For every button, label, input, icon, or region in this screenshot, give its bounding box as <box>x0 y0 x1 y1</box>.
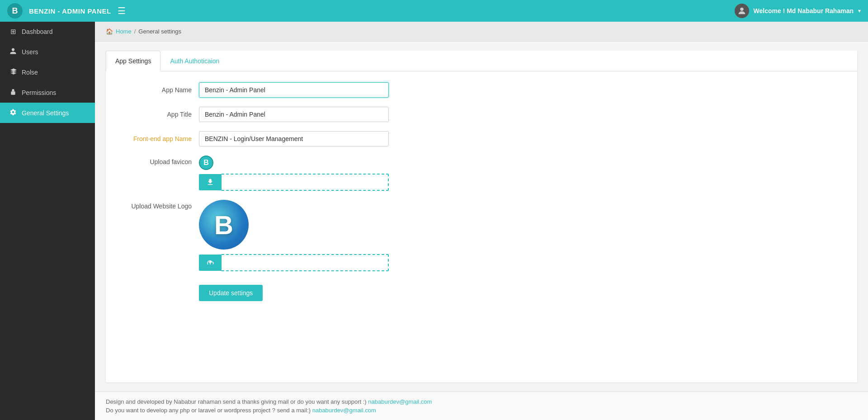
app-name-label: App Name <box>119 86 192 94</box>
app-title: BENZIN - ADMIN PANEL <box>29 7 111 15</box>
upload-favicon-label: Upload favicon <box>119 156 192 165</box>
logo-preview: B <box>199 200 249 250</box>
frontend-app-name-row: Front-end app Name <box>119 131 844 146</box>
sidebar-item-dashboard[interactable]: ⊞ Dashboard <box>0 22 95 42</box>
main-content: 🏠 Home / General settings App Settings A… <box>95 22 868 420</box>
app-name-row: App Name <box>119 82 844 98</box>
frontend-app-name-input[interactable] <box>199 131 389 146</box>
breadcrumb: 🏠 Home / General settings <box>95 22 868 42</box>
upload-logo-row: Upload Website Logo B <box>119 200 844 271</box>
frontend-app-name-label: Front-end app Name <box>119 135 192 142</box>
home-icon: 🏠 <box>106 28 113 35</box>
tabs-bar: App Settings Auth Authoticaion <box>106 51 857 71</box>
logo-upload-drop-area[interactable] <box>222 254 389 271</box>
top-navigation: B BENZIN - ADMIN PANEL ☰ Welcome ! Md Na… <box>0 0 868 22</box>
main-layout: ⊞ Dashboard Users Rolse Permissions Ge <box>0 22 868 420</box>
breadcrumb-separator: / <box>134 28 136 35</box>
sidebar-label-users: Users <box>22 48 38 56</box>
general-settings-icon <box>9 109 17 117</box>
breadcrumb-home-link[interactable]: Home <box>116 28 132 35</box>
sidebar-label-roles: Rolse <box>22 69 38 76</box>
favicon-upload-drop-area[interactable] <box>222 174 389 191</box>
svg-rect-1 <box>11 91 15 94</box>
hamburger-icon[interactable]: ☰ <box>118 5 126 16</box>
app-logo: B <box>7 3 23 19</box>
favicon-upload-button[interactable] <box>199 174 222 190</box>
favicon-upload-row <box>199 174 389 191</box>
footer: Design and developed by Nababur rahaman … <box>95 392 868 420</box>
sidebar-item-general-settings[interactable]: General Settings <box>0 103 95 123</box>
roles-icon <box>9 68 17 76</box>
logo-upload-row <box>199 254 389 271</box>
sidebar-item-roles[interactable]: Rolse <box>0 62 95 82</box>
logo-content: B <box>199 200 389 271</box>
app-title-input[interactable] <box>199 107 389 122</box>
content-card: App Settings Auth Authoticaion App Name … <box>106 51 857 382</box>
sidebar-label-general-settings: General Settings <box>22 109 69 117</box>
topnav-left: B BENZIN - ADMIN PANEL ☰ <box>7 3 126 19</box>
favicon-content: B <box>199 156 389 191</box>
app-name-input[interactable] <box>199 82 389 98</box>
upload-cloud-icon <box>206 259 214 267</box>
sidebar-item-permissions[interactable]: Permissions <box>0 82 95 103</box>
user-avatar <box>735 4 749 18</box>
tab-app-settings[interactable]: App Settings <box>106 51 160 71</box>
svg-point-0 <box>740 8 743 11</box>
upload-logo-label: Upload Website Logo <box>119 200 192 210</box>
welcome-text: Welcome ! Md Nababur Rahaman <box>754 7 854 14</box>
sidebar: ⊞ Dashboard Users Rolse Permissions Ge <box>0 22 95 420</box>
sidebar-item-users[interactable]: Users <box>0 42 95 62</box>
upload-favicon-row: Upload favicon B <box>119 156 844 191</box>
footer-line1: Design and developed by Nababur rahaman … <box>106 398 857 405</box>
dashboard-icon: ⊞ <box>9 28 17 36</box>
user-dropdown-arrow[interactable]: ▾ <box>858 8 861 14</box>
permissions-icon <box>9 88 17 97</box>
sidebar-label-permissions: Permissions <box>22 89 56 96</box>
sidebar-label-dashboard: Dashboard <box>22 28 53 35</box>
upload-icon <box>206 178 214 186</box>
avatar-icon <box>737 6 747 16</box>
favicon-preview: B <box>199 156 213 170</box>
app-title-label: App Title <box>119 111 192 118</box>
footer-email2[interactable]: nababurdev@gmail.com <box>312 407 376 414</box>
logo-upload-button[interactable] <box>199 255 222 271</box>
form-section: App Name App Title Front-end app Name Up… <box>106 71 857 315</box>
tab-auth-authotication[interactable]: Auth Authoticaion <box>160 51 229 71</box>
footer-line2: Do you want to develop any php or larave… <box>106 407 857 414</box>
breadcrumb-current: General settings <box>138 28 181 35</box>
app-title-row: App Title <box>119 107 844 122</box>
update-settings-button[interactable]: Update settings <box>199 285 263 301</box>
topnav-right: Welcome ! Md Nababur Rahaman ▾ <box>735 4 861 18</box>
footer-email1[interactable]: nababurdev@gmail.com <box>368 398 432 405</box>
users-icon <box>9 47 17 56</box>
